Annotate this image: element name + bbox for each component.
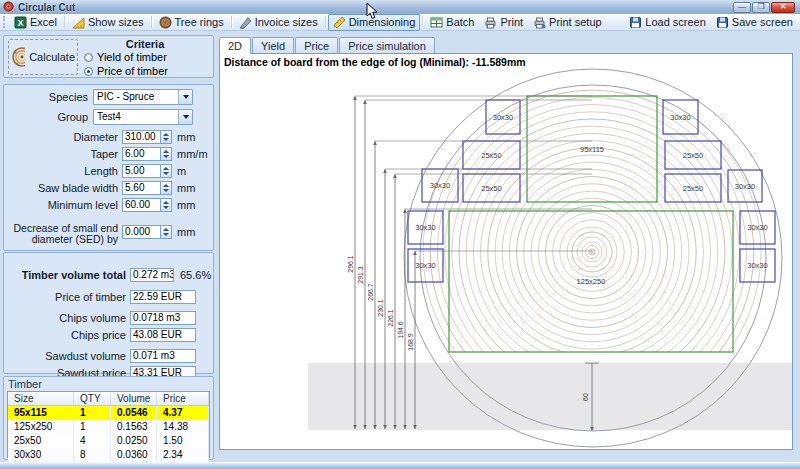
window-title: Circular Cut <box>18 2 75 13</box>
table-row[interactable]: 95x11510.05464.37 <box>8 406 209 420</box>
param-label: Length <box>4 165 118 177</box>
svg-text:30x30: 30x30 <box>493 113 513 122</box>
timber-caption: Timber <box>4 377 213 390</box>
toolbar: XExcelShow sizesTree ringsInvoice sizesD… <box>0 14 800 31</box>
result-value: 43.08 EUR <box>130 328 196 342</box>
parameters-box: SpeciesPIC - SpruceGroupTest4Diameter310… <box>3 84 214 251</box>
param-input[interactable]: 5.60 <box>122 181 161 195</box>
floppy-icon <box>716 16 729 29</box>
table-header-cell[interactable]: Price <box>157 392 209 405</box>
canvas-header: Distance of board from the edge of log (… <box>224 56 526 68</box>
tab-2d[interactable]: 2D <box>219 37 251 54</box>
table-cell: 0.1563 <box>111 420 157 434</box>
table-header-row: SizeQTYVolumePrice <box>8 392 209 406</box>
chevron-down-icon[interactable] <box>178 90 192 104</box>
toolbar-separator <box>64 16 65 28</box>
group-label: Group <box>4 111 88 123</box>
mouse-cursor <box>366 2 379 21</box>
calculate-button[interactable]: Calculate <box>8 39 78 75</box>
tab-yield[interactable]: Yield <box>252 37 294 53</box>
spinner[interactable] <box>161 164 172 178</box>
minimize-button[interactable]: — <box>733 2 751 13</box>
toolbar-item-load-screen[interactable]: Load screen <box>624 14 711 31</box>
tab-page-2d: Distance of board from the edge of log (… <box>219 53 793 450</box>
svg-text:30x30: 30x30 <box>415 261 435 270</box>
toolbar-item-batch[interactable]: Batch <box>425 14 479 31</box>
table-row[interactable]: 25x5040.02501.50 <box>8 434 209 448</box>
result-value: 0.071 m3 <box>130 349 196 363</box>
table-header-cell[interactable]: Volume <box>111 392 157 405</box>
spinner[interactable] <box>161 225 172 239</box>
species-label: Species <box>4 91 88 103</box>
toolbar-item-show-sizes[interactable]: Show sizes <box>67 14 149 31</box>
species-select[interactable]: PIC - Spruce <box>93 89 193 105</box>
title-bar: Circular Cut — ❐ ✕ <box>0 0 800 14</box>
table-header-cell[interactable]: QTY <box>74 392 111 405</box>
spinner[interactable] <box>161 130 172 144</box>
table-row[interactable]: 30x3080.03602.34 <box>8 448 209 462</box>
result-value: 0.272 m3 <box>130 268 174 282</box>
radio-label: Yield of timber <box>97 51 167 63</box>
svg-text:95x115: 95x115 <box>580 145 604 154</box>
toolbar-item-label: Batch <box>446 16 474 28</box>
svg-text:30x30: 30x30 <box>747 261 767 270</box>
spinner[interactable] <box>161 147 172 161</box>
svg-text:226.1: 226.1 <box>387 309 394 327</box>
toolbar-item-print-setup[interactable]: Print setup <box>528 14 607 31</box>
radio-yield-of-timber[interactable]: Yield of timber <box>84 51 167 63</box>
toolbar-item-invoice-sizes[interactable]: Invoice sizes <box>234 14 323 31</box>
sed-unit: mm <box>177 226 195 238</box>
close-button[interactable]: ✕ <box>771 2 795 13</box>
tree-rings-icon <box>159 16 172 29</box>
param-input[interactable]: 5.00 <box>122 164 161 178</box>
spinner[interactable] <box>161 198 172 212</box>
table-cell: 1 <box>74 420 111 434</box>
print-icon <box>484 16 497 29</box>
param-input[interactable]: 310.00 <box>122 130 161 144</box>
maximize-button[interactable]: ❐ <box>752 2 770 13</box>
param-input[interactable]: 60.00 <box>122 198 161 212</box>
excel-icon: X <box>14 16 27 29</box>
radio-icon <box>84 67 93 76</box>
toolbar-item-label: Invoice sizes <box>255 16 318 28</box>
toolbar-item-excel[interactable]: XExcel <box>9 14 62 31</box>
timber-box: Timber SizeQTYVolumePrice95x11510.05464.… <box>3 376 214 460</box>
group-select[interactable]: Test4 <box>93 109 193 125</box>
sed-input[interactable]: 0.000 <box>122 225 161 239</box>
table-row[interactable]: 125x25010.156314.38 <box>8 420 209 434</box>
board-25x50[interactable]: 25x50 <box>665 174 721 202</box>
svg-text:266.7: 266.7 <box>367 283 374 301</box>
main-panel: 2DYieldPricePrice simulation Distance of… <box>217 31 800 462</box>
tab-price-simulation[interactable]: Price simulation <box>339 37 435 53</box>
board-30x30[interactable]: 30x30 <box>486 100 520 134</box>
radio-price-of-timber[interactable]: Price of timber <box>84 65 168 77</box>
sed-label: Decrease of small end diameter (SED) by <box>4 223 118 245</box>
toolbar-item-print[interactable]: Print <box>479 14 528 31</box>
table-cell: 4.37 <box>157 406 209 420</box>
toolbar-item-tree-rings[interactable]: Tree rings <box>154 14 229 31</box>
table-header-cell[interactable]: Size <box>8 392 74 405</box>
table-cell: 0.0546 <box>111 406 157 420</box>
toolbar-item-label: Save screen <box>732 16 793 28</box>
result-label: Price of timber <box>4 291 126 303</box>
tab-price[interactable]: Price <box>295 37 338 53</box>
log-cross-section-drawing: 30x3095x11530x3025x5025x5030x3025x5025x5… <box>220 54 792 449</box>
svg-text:30x30: 30x30 <box>735 182 755 191</box>
param-input[interactable]: 6.00 <box>122 147 161 161</box>
result-label: Timber volume total <box>4 269 126 281</box>
bottom-waste-band <box>308 363 792 430</box>
result-label: Sawdust volume <box>4 350 126 362</box>
toolbar-item-save-screen[interactable]: Save screen <box>711 14 798 31</box>
table-cell: 125x250 <box>8 420 74 434</box>
radio-label: Price of timber <box>97 65 168 77</box>
svg-text:30x30: 30x30 <box>670 113 690 122</box>
toolbar-separator <box>422 16 423 28</box>
chevron-down-icon[interactable] <box>178 110 192 124</box>
svg-text:291.3: 291.3 <box>357 266 364 284</box>
spinner[interactable] <box>161 181 172 195</box>
param-unit: mm <box>177 131 195 143</box>
board-30x30[interactable]: 30x30 <box>740 249 775 282</box>
table-cell: 0.0250 <box>111 434 157 448</box>
result-extra: 65.6% <box>180 269 211 281</box>
window-frame-bottom <box>0 462 800 469</box>
